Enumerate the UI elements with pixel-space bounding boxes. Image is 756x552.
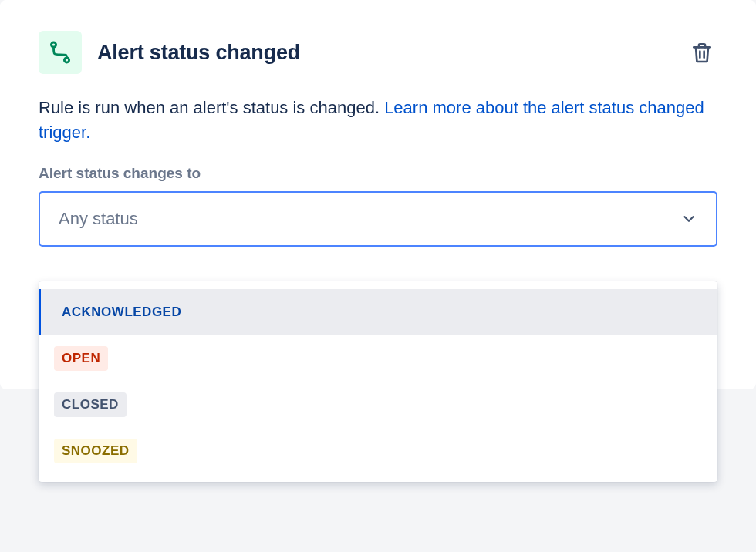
field-label: Alert status changes to (39, 165, 717, 182)
header-left: Alert status changed (39, 31, 300, 74)
trigger-icon-box (39, 31, 82, 74)
delete-button[interactable] (687, 37, 717, 68)
option-open[interactable]: OPEN (39, 335, 717, 382)
branch-icon (47, 39, 73, 66)
lozenge-closed: CLOSED (54, 392, 127, 417)
option-closed[interactable]: CLOSED (39, 382, 717, 428)
select-placeholder: Any status (59, 209, 138, 229)
lozenge-acknowledged: ACKNOWLEDGED (54, 300, 189, 325)
lozenge-open: OPEN (54, 346, 108, 371)
header-row: Alert status changed (39, 31, 717, 74)
trigger-title: Alert status changed (97, 41, 300, 65)
chevron-down-icon (680, 210, 697, 227)
option-acknowledged[interactable]: ACKNOWLEDGED (39, 289, 717, 335)
trigger-description: Rule is run when an alert's status is ch… (39, 96, 717, 145)
status-select[interactable]: Any status (39, 191, 717, 247)
description-text: Rule is run when an alert's status is ch… (39, 98, 384, 117)
status-dropdown: ACKNOWLEDGED OPEN CLOSED SNOOZED (39, 281, 717, 482)
trigger-config-card: Alert status changed Rule is run when an… (0, 0, 756, 389)
option-snoozed[interactable]: SNOOZED (39, 428, 717, 474)
lozenge-snoozed: SNOOZED (54, 439, 137, 463)
trash-icon (690, 40, 714, 65)
